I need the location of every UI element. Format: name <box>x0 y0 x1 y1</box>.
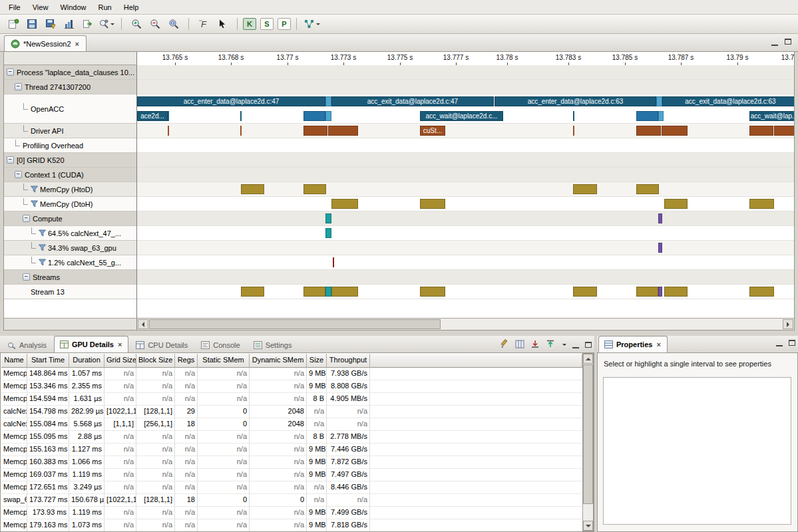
interval-bar[interactable] <box>658 111 664 121</box>
timeline-ruler[interactable]: 13.765 s13.768 s13.77 s13.773 s13.775 s1… <box>137 52 794 66</box>
interval-bar[interactable] <box>303 184 326 194</box>
table-row[interactable]: calcNext154.798 ms282.99 µs[1022,1,1][12… <box>1 406 582 418</box>
table-row[interactable]: Memcpy173.93 ms1.119 msn/an/an/an/an/a9 … <box>1 507 582 519</box>
timeline-row-memcpy-htod[interactable] <box>137 182 794 197</box>
interval-bar[interactable] <box>573 287 597 297</box>
menu-window[interactable]: Window <box>54 1 92 13</box>
maximize-icon[interactable] <box>789 340 795 346</box>
timeline-row-driver-api[interactable]: cuSt... <box>137 124 794 138</box>
interval-bar[interactable] <box>749 287 774 297</box>
filter-funnel-icon[interactable] <box>39 259 46 266</box>
menu-view[interactable]: View <box>27 1 55 13</box>
table-row[interactable]: Memcpy179.163 ms1.073 msn/an/an/an/an/a9… <box>1 519 582 531</box>
timeline-row-kernel-calcnext-55[interactable] <box>137 255 794 270</box>
interval-bar[interactable] <box>420 199 445 209</box>
collapse-toggle-icon[interactable]: − <box>7 68 14 76</box>
tree-row-kernel-swap-63[interactable]: 34.3% swap_63_gpu <box>4 241 136 255</box>
col-header-duration[interactable]: Duration <box>69 354 104 368</box>
table-row[interactable]: Memcpy155.095 ms2.88 µsn/an/an/an/an/a8 … <box>1 431 582 444</box>
interval-bar[interactable] <box>636 111 658 121</box>
interval-bar[interactable]: acc_exit_data@laplace2d.c:47 <box>331 96 494 106</box>
col-header-regs[interactable]: Regs <box>175 354 198 368</box>
view-menu-icon[interactable] <box>562 344 566 348</box>
scroll-right-button[interactable] <box>783 319 793 329</box>
tree-row-kernel-calcnext-55[interactable]: 1.2% calcNext_55_g... <box>4 255 136 270</box>
minimize-icon[interactable] <box>776 339 783 346</box>
tree-row-profiling-overhead[interactable]: Profiling Overhead <box>4 138 136 153</box>
columns-icon[interactable] <box>515 340 524 350</box>
report-button[interactable] <box>60 17 79 31</box>
zoom-in-button[interactable] <box>127 17 146 31</box>
menu-file[interactable]: File <box>3 1 27 13</box>
table-row[interactable]: Memcpy160.383 ms1.066 msn/an/an/an/an/a9… <box>1 456 582 469</box>
table-row[interactable]: Memcpy169.037 ms1.119 msn/an/an/an/an/a9… <box>1 469 582 481</box>
col-header-start-time[interactable]: Start Time <box>27 354 69 368</box>
col-header-size[interactable]: Size <box>307 354 327 368</box>
interval-bar[interactable] <box>636 126 661 136</box>
interval-bar[interactable] <box>658 243 662 253</box>
timeline-row-profiling-overhead[interactable] <box>137 138 794 153</box>
scroll-down-button[interactable] <box>583 521 593 531</box>
table-row[interactable]: Memcpy155.163 ms1.127 msn/an/an/an/an/a9… <box>1 444 582 456</box>
interval-bar[interactable] <box>325 111 331 121</box>
timeline-row-stream-13[interactable] <box>137 285 794 299</box>
interval-bar[interactable] <box>241 287 264 297</box>
timeline-row-kernel-calcnext-47[interactable] <box>137 226 794 241</box>
scroll-up-button[interactable] <box>583 354 593 364</box>
tab-properties[interactable]: Properties × <box>598 336 668 352</box>
collapse-toggle-icon[interactable]: − <box>7 156 14 164</box>
vscroll-thumb[interactable] <box>583 364 593 504</box>
interval-bar[interactable] <box>331 199 358 209</box>
interval-bar[interactable] <box>328 126 358 136</box>
filter-funnel-icon[interactable] <box>31 200 38 207</box>
interval-bar[interactable] <box>573 184 597 194</box>
timeline-row-context-1[interactable] <box>137 168 794 182</box>
analysis-menu-button[interactable] <box>302 17 321 31</box>
interval-bar[interactable] <box>749 126 773 136</box>
tree-row-compute[interactable]: −Compute <box>4 211 136 226</box>
export-table-icon[interactable] <box>546 340 555 350</box>
col-header-block-size[interactable]: Block Size <box>136 354 175 368</box>
marker-forward-button[interactable]: F <box>194 17 213 31</box>
interval-bar[interactable] <box>662 126 688 136</box>
maximize-icon[interactable] <box>585 342 592 348</box>
profile-settings-button[interactable] <box>97 17 116 31</box>
interval-bar[interactable]: acc_exit_data@laplace2d.c:63 <box>662 96 794 106</box>
scroll-left-button[interactable] <box>138 319 148 329</box>
tree-row-thread[interactable]: −Thread 2741307200 <box>4 80 136 94</box>
table-vscrollbar[interactable] <box>582 353 594 531</box>
timeline-row-thread[interactable] <box>137 80 794 94</box>
close-icon[interactable]: × <box>656 340 661 348</box>
maximize-icon[interactable] <box>785 39 791 45</box>
timeline-row-compute[interactable] <box>137 211 794 226</box>
collapse-toggle-icon[interactable]: − <box>23 273 30 281</box>
interval-bar[interactable] <box>325 96 331 106</box>
timeline-row-memcpy-dtoh[interactable] <box>137 197 794 211</box>
interval-bar[interactable] <box>325 213 331 223</box>
interval-bar[interactable] <box>325 287 331 297</box>
hscroll-thumb[interactable] <box>149 319 441 329</box>
collapse-toggle-icon[interactable]: − <box>15 171 22 178</box>
interval-bar[interactable] <box>774 126 794 136</box>
timeline-row-streams[interactable] <box>137 270 794 285</box>
interval-bar[interactable] <box>656 96 662 106</box>
pencil-icon[interactable] <box>500 339 509 350</box>
filter-funnel-icon[interactable] <box>31 186 38 193</box>
minimize-icon[interactable] <box>771 39 778 46</box>
kernel-timeline-toggle[interactable]: K <box>243 18 256 30</box>
interval-bar[interactable] <box>168 126 169 136</box>
interval-bar[interactable] <box>749 199 774 209</box>
interval-bar[interactable] <box>241 184 264 194</box>
tab-cpu-details[interactable]: CPU Details <box>130 337 194 352</box>
interval-bar[interactable]: ace2d... <box>137 111 168 121</box>
interval-bar[interactable] <box>573 111 574 121</box>
interval-bar[interactable] <box>658 213 662 223</box>
interval-bar[interactable] <box>333 257 334 267</box>
menu-run[interactable]: Run <box>93 1 118 13</box>
timeline-row-kernel-swap-63[interactable] <box>137 241 794 255</box>
close-icon[interactable]: × <box>117 340 122 348</box>
timeline-hscrollbar[interactable] <box>137 318 794 330</box>
new-session-button[interactable] <box>4 17 23 31</box>
tree-row-streams[interactable]: −Streams <box>4 270 136 285</box>
zoom-out-button[interactable] <box>146 17 164 31</box>
